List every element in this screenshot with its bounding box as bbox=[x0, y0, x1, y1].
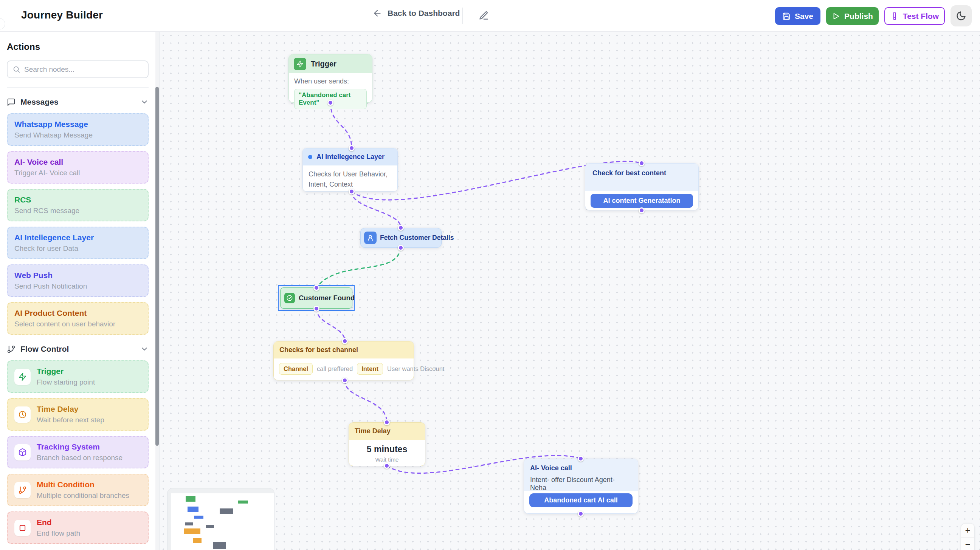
zoom-out-button[interactable]: − bbox=[961, 537, 974, 550]
item-desc: Flow starting point bbox=[37, 378, 95, 387]
item-title: Tracking System bbox=[37, 442, 123, 452]
connection-handle-best-content-in[interactable] bbox=[639, 160, 644, 166]
node-time-delay[interactable]: Time Delay 5 minutes Wait time bbox=[348, 422, 425, 466]
publish-button[interactable]: Publish bbox=[826, 7, 879, 25]
node-body: Channel call preffered Intent User wants… bbox=[274, 358, 414, 379]
node-header: AI- Voice call Intent- offer Discount Ag… bbox=[524, 459, 638, 491]
minimap-viewport bbox=[171, 493, 274, 550]
node-title: AI Intellegence Layer bbox=[317, 153, 385, 161]
node-ai-intelligence-layer[interactable]: AI Intellegence Layer Checks for User Be… bbox=[302, 148, 398, 192]
connection-handle-time-delay-out[interactable] bbox=[384, 463, 390, 469]
node-title: Check for best content bbox=[592, 169, 691, 177]
dark-mode-toggle[interactable] bbox=[950, 5, 972, 27]
node-title: Fetch Customer Details bbox=[380, 234, 454, 242]
trigger-event-badge: "Abandoned cart Event" bbox=[294, 89, 367, 109]
connection-handle-best-channel-out[interactable] bbox=[342, 377, 348, 384]
sidebar-item-trigger[interactable]: Trigger Flow starting point bbox=[7, 360, 149, 393]
check-circle-icon bbox=[284, 293, 295, 303]
back-to-dashboard-button[interactable]: Back to Dashboard bbox=[372, 8, 460, 18]
play-icon bbox=[832, 12, 840, 21]
zoom-controls: + − bbox=[961, 523, 975, 550]
sidebar-item-rcs[interactable]: RCS Send RCS message bbox=[7, 189, 149, 221]
moon-icon bbox=[956, 11, 966, 21]
sidebar-item-tracking-system[interactable]: Tracking System Branch based on response bbox=[7, 436, 149, 468]
ai-content-generation-button[interactable]: AI content Generatation bbox=[590, 194, 693, 208]
node-header: Checks for best channel bbox=[274, 341, 414, 358]
actions-sidebar: Actions Messages Whatsapp Message Send W… bbox=[0, 32, 159, 550]
connection-handle-best-channel-in[interactable] bbox=[342, 338, 348, 344]
node-title: Time Delay bbox=[355, 427, 391, 435]
minimap-node bbox=[186, 496, 196, 502]
minimap-node bbox=[188, 507, 199, 512]
pencil-icon bbox=[479, 11, 489, 21]
minimap[interactable] bbox=[167, 488, 275, 550]
minimap-node bbox=[184, 528, 200, 534]
connection-handle-fetch-in[interactable] bbox=[398, 225, 404, 231]
node-checks-best-channel[interactable]: Checks for best channel Channel call pre… bbox=[274, 341, 414, 380]
sidebar-divider bbox=[7, 87, 149, 88]
chevron-down-icon bbox=[140, 98, 149, 106]
connection-handle-voice-call-out[interactable] bbox=[578, 511, 584, 517]
node-ai-voice-call[interactable]: AI- Voice call Intent- offer Discount Ag… bbox=[523, 458, 638, 514]
sidebar-item-whatsapp-message[interactable]: Whatsapp Message Send Whatsap Message bbox=[7, 113, 149, 146]
item-title: AI- Voice call bbox=[14, 157, 141, 166]
zoom-in-button[interactable]: + bbox=[961, 523, 974, 537]
item-desc: Check for user Data bbox=[14, 244, 141, 253]
sidebar-item-ai-product-content[interactable]: AI Product Content Select content on use… bbox=[7, 302, 149, 335]
minimap-node bbox=[185, 522, 193, 525]
messages-section-header[interactable]: Messages bbox=[7, 97, 149, 106]
connector-ai-layer-to-fetch bbox=[352, 192, 401, 228]
item-title: Multi Condition bbox=[37, 480, 129, 489]
node-check-best-content[interactable]: Check for best content AI content Genera… bbox=[585, 163, 699, 211]
page-title: Journey Builder bbox=[21, 9, 103, 21]
zap-icon bbox=[294, 58, 306, 70]
save-button[interactable]: Save bbox=[775, 7, 821, 25]
connection-handle-time-delay-in[interactable] bbox=[384, 419, 390, 425]
sidebar-item-ai-voice-call[interactable]: AI- Voice call Trigger AI- Voice call bbox=[7, 151, 149, 184]
search-icon bbox=[13, 65, 21, 73]
sidebar-item-web-push[interactable]: Web Push Send Push Notification bbox=[7, 265, 149, 297]
sidebar-collapse-button[interactable] bbox=[0, 18, 5, 30]
item-title: End bbox=[37, 518, 80, 527]
connector-fetch-to-customer-found bbox=[317, 248, 401, 288]
sidebar-scrollbar[interactable] bbox=[155, 32, 159, 550]
intent-value: User wants Discount bbox=[387, 365, 444, 372]
flow-canvas[interactable]: Trigger When user sends: "Abandoned cart… bbox=[159, 32, 980, 550]
minimap-node bbox=[206, 525, 214, 528]
header: Journey Builder Back to Dashboard Save P… bbox=[0, 0, 980, 32]
back-to-dashboard-label: Back to Dashboard bbox=[388, 9, 460, 18]
connection-handle-trigger-out[interactable] bbox=[328, 100, 334, 106]
connector-customer-found-to-best-channel bbox=[317, 309, 345, 341]
connection-handle-customer-found-out[interactable] bbox=[313, 306, 320, 312]
scrollbar-thumb[interactable] bbox=[155, 87, 159, 446]
item-desc: Branch based on response bbox=[37, 454, 123, 462]
connection-handle-ai-layer-in[interactable] bbox=[348, 145, 355, 151]
sidebar-item-end[interactable]: End End flow path bbox=[7, 512, 149, 544]
connection-handle-voice-call-in[interactable] bbox=[578, 456, 584, 461]
flow-control-section-header[interactable]: Flow Control bbox=[7, 344, 149, 353]
test-flow-label: Test Flow bbox=[903, 12, 939, 21]
arrow-left-icon bbox=[372, 8, 382, 18]
git-branch-icon bbox=[7, 345, 16, 353]
minimap-node bbox=[194, 516, 204, 519]
connector-best-channel-to-time-delay bbox=[345, 380, 387, 422]
connection-handle-customer-found-in[interactable] bbox=[313, 285, 320, 291]
node-description: Intent- offer Discount Agent- Neha bbox=[530, 476, 632, 492]
square-icon bbox=[14, 520, 30, 536]
connection-handle-best-content-out[interactable] bbox=[639, 208, 644, 214]
edit-flow-name-button[interactable] bbox=[479, 11, 490, 22]
node-title: Trigger bbox=[311, 60, 337, 68]
sidebar-item-time-delay[interactable]: Time Delay Wait before next step bbox=[7, 398, 149, 431]
node-title: AI- Voice call bbox=[530, 464, 632, 472]
test-flow-button[interactable]: Test Flow bbox=[885, 7, 945, 25]
abandoned-cart-ai-call-button[interactable]: Abandoned cart AI call bbox=[529, 493, 633, 507]
item-desc: Select content on user behavior bbox=[14, 320, 141, 328]
sidebar-item-multi-condition[interactable]: Multi Condition Multiple conditional bra… bbox=[7, 474, 149, 506]
connection-handle-fetch-out[interactable] bbox=[398, 245, 404, 251]
node-title: Customer Found bbox=[299, 294, 355, 302]
search-input[interactable] bbox=[24, 65, 143, 74]
sidebar-item-ai-intelligence-layer[interactable]: AI Intellegence Layer Check for user Dat… bbox=[7, 227, 149, 259]
node-trigger[interactable]: Trigger When user sends: "Abandoned cart… bbox=[288, 54, 372, 103]
connection-handle-ai-layer-out[interactable] bbox=[348, 189, 355, 195]
message-square-icon bbox=[7, 98, 16, 106]
